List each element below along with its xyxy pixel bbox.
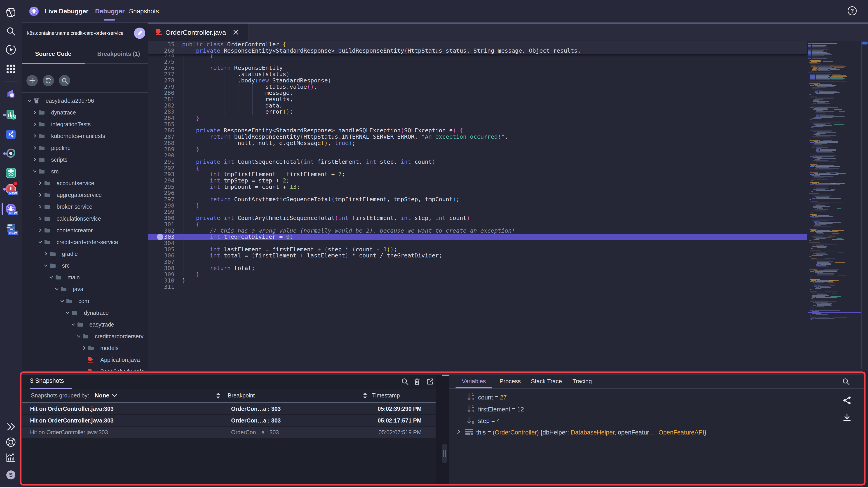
tree-item-src[interactable]: src xyxy=(22,260,148,271)
grouped-by-value[interactable]: None xyxy=(95,389,110,402)
chevron-down-icon[interactable] xyxy=(112,394,118,398)
open-in-new-icon[interactable] xyxy=(426,378,434,386)
tree-item-com[interactable]: com xyxy=(22,295,148,307)
splitter-grip-icon[interactable] xyxy=(442,374,450,377)
chevron-right-icon[interactable] xyxy=(33,134,37,138)
chevron-down-icon[interactable] xyxy=(60,299,64,303)
file-tab[interactable]: OrderController.java xyxy=(148,24,249,41)
variable-row-firstElement[interactable]: 19firstElement = 12 xyxy=(449,403,788,415)
tree-item-src[interactable]: src xyxy=(22,165,148,177)
chevron-down-icon[interactable] xyxy=(71,322,75,327)
chevron-down-icon[interactable] xyxy=(55,287,59,291)
tree-item-credit-card-order-service[interactable]: credit-card-order-service xyxy=(22,236,148,248)
workflows-app-icon[interactable] xyxy=(0,129,22,140)
tree-item-scripts[interactable]: scripts xyxy=(22,154,148,165)
usage-icon[interactable] xyxy=(0,452,22,462)
user-avatar[interactable]: S xyxy=(0,470,22,480)
tree-item-easytrade[interactable]: easytrade xyxy=(22,319,148,330)
snapshot-row[interactable]: Hit on OrderController.java:303OrderCon…… xyxy=(22,427,436,438)
tree-item-java[interactable]: java xyxy=(22,283,148,295)
expand-icon[interactable] xyxy=(0,422,22,431)
chevron-right-icon[interactable] xyxy=(38,216,42,221)
chevron-right-icon[interactable] xyxy=(33,110,37,115)
tree-item-dynatrace[interactable]: dynatrace xyxy=(22,106,148,118)
tree-item-models[interactable]: models xyxy=(22,342,148,354)
chevron-right-icon[interactable] xyxy=(456,429,461,436)
tree-item-easytrade-a29d796[interactable]: easytrade:a29d796 xyxy=(22,95,148,106)
tab-tracing[interactable]: Tracing xyxy=(572,375,592,387)
minimap[interactable] xyxy=(808,43,861,321)
tree-item-accountservice[interactable]: accountservice xyxy=(22,177,148,189)
breakpoint-dot[interactable] xyxy=(157,234,163,240)
chevron-down-icon[interactable] xyxy=(76,334,81,338)
tree-item-kubernetes-manifests[interactable]: kubernetes-manifests xyxy=(22,130,148,142)
search-snapshots-icon[interactable] xyxy=(401,378,409,386)
tree-item-contentcreator[interactable]: contentcreator xyxy=(22,224,148,236)
tab-snapshots[interactable]: Snapshots xyxy=(129,0,159,23)
clouds-app-icon[interactable] xyxy=(0,90,22,100)
share-icon[interactable] xyxy=(842,396,851,406)
tree-item-integrationtests[interactable]: integrationTests xyxy=(22,118,148,130)
chevron-right-icon[interactable] xyxy=(33,122,37,126)
infrastructure-app-icon[interactable] xyxy=(0,168,22,178)
variable-row-step[interactable]: 19step = 4 xyxy=(449,415,788,427)
splitter-handle[interactable] xyxy=(442,444,447,463)
scrollbar-thumb[interactable] xyxy=(862,41,868,44)
chevron-down-icon[interactable] xyxy=(33,169,37,174)
chevron-down-icon[interactable] xyxy=(65,311,70,315)
chevron-right-icon[interactable] xyxy=(38,181,42,185)
tree-item-main[interactable]: main xyxy=(22,271,148,283)
snapshot-row[interactable]: Hit on OrderController.java:303OrderCon…… xyxy=(22,403,436,414)
chevron-right-icon[interactable] xyxy=(38,204,42,209)
filter-query[interactable]: k8s.container.name:credit-card-order-ser… xyxy=(27,23,133,43)
tree-item-calculationservice[interactable]: calculationservice xyxy=(22,213,148,224)
chevron-right-icon[interactable] xyxy=(33,157,37,162)
tree-item-aggregatorservice[interactable]: aggregatorservice xyxy=(22,189,148,201)
chevron-right-icon[interactable] xyxy=(33,145,37,150)
run-icon[interactable] xyxy=(0,44,22,55)
chevron-down-icon[interactable] xyxy=(27,98,32,103)
snapshots-tab[interactable]: 3 Snapshots xyxy=(30,377,64,384)
download-icon[interactable] xyxy=(842,413,851,423)
tree-item-dynatrace[interactable]: dynatrace xyxy=(22,307,148,319)
variable-row-this[interactable]: this = (OrderController) {dbHelper: Data… xyxy=(449,427,847,438)
apps-grid-icon[interactable] xyxy=(0,64,22,74)
chevron-right-icon[interactable] xyxy=(43,252,48,256)
tree-item-pipeline[interactable]: pipeline xyxy=(22,142,148,154)
column-breakpoint[interactable]: Breakpoint xyxy=(228,389,255,402)
close-tab-icon[interactable] xyxy=(233,29,239,36)
code-viewport[interactable]: 274 }275276 return ResponseEntity277 .st… xyxy=(148,41,868,370)
search-icon[interactable] xyxy=(0,26,22,36)
tree-item-application-java[interactable]: Application.java xyxy=(22,354,148,366)
tab-variables[interactable]: Variables xyxy=(462,375,486,387)
tab-breakpoints[interactable]: Breakpoints (1) xyxy=(90,45,148,63)
chevron-right-icon[interactable] xyxy=(38,228,42,233)
refresh-button[interactable] xyxy=(43,75,54,86)
help-icon[interactable]: ? xyxy=(847,6,857,17)
tree-item-creditcardorderserv[interactable]: creditcardorderserv xyxy=(22,330,148,342)
chevron-right-icon[interactable] xyxy=(82,346,86,350)
variable-row-count[interactable]: 19count = 27 xyxy=(449,392,788,403)
column-timestamp[interactable]: Timestamp xyxy=(372,389,400,402)
tree-item-basescheduler-ja[interactable]: BaseScheduler.ja xyxy=(22,366,148,370)
search-variables-icon[interactable] xyxy=(842,378,850,386)
add-button[interactable] xyxy=(26,75,38,86)
tab-process[interactable]: Process xyxy=(499,375,521,387)
sort-icon[interactable] xyxy=(362,392,368,400)
chevron-down-icon[interactable] xyxy=(38,240,42,245)
snapshot-row[interactable]: Hit on OrderController.java:303OrderCon…… xyxy=(22,415,436,426)
tab-stack-trace[interactable]: Stack Trace xyxy=(531,375,562,387)
sort-icon[interactable] xyxy=(216,392,221,400)
chevron-down-icon[interactable] xyxy=(49,275,54,280)
delete-snapshots-icon[interactable] xyxy=(413,378,421,386)
tree-item-gradle[interactable]: gradle xyxy=(22,248,148,260)
support-icon[interactable] xyxy=(0,437,22,447)
edit-filter-button[interactable] xyxy=(134,28,145,40)
tree-item-broker-service[interactable]: broker-service xyxy=(22,201,148,213)
chevron-down-icon[interactable] xyxy=(43,263,48,268)
dynatrace-logo-icon[interactable] xyxy=(0,7,22,18)
tab-source-code[interactable]: Source Code xyxy=(22,45,85,63)
panel-splitter[interactable] xyxy=(436,375,449,484)
chevron-right-icon[interactable] xyxy=(38,193,42,197)
search-files-button[interactable] xyxy=(59,75,70,86)
